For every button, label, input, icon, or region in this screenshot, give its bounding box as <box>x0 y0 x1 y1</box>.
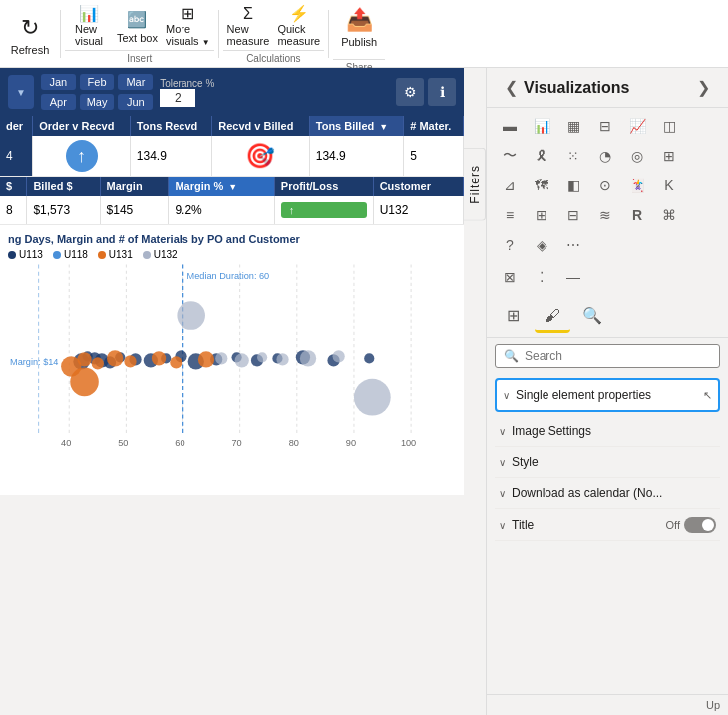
dashboard: ▼ Jan Feb Mar Apr May Jun Tolerance % ⚙ … <box>0 68 464 495</box>
chevron-left-button[interactable]: ❮ <box>499 76 524 99</box>
publish-button[interactable]: 📤 Publish <box>333 0 385 57</box>
viz-icon-dots[interactable]: ⁚ <box>527 263 556 291</box>
viz-icons-section: ▬ 📊 ▦ ⊟ 📈 ◫ 〜 🎗 ⁙ ◔ ◎ ⊞ ⊿ 🗺 ◧ ⊙ 🃏 <box>487 108 728 297</box>
viz-icon-filled-map[interactable]: ◧ <box>558 172 588 199</box>
th-dollar: $ <box>0 177 27 196</box>
month-apr[interactable]: Apr <box>41 94 76 110</box>
text-box-button[interactable]: 🔤 Text box <box>113 4 162 48</box>
viz-icon-bar-chart[interactable]: 📊 <box>527 112 556 140</box>
viz-icon-card[interactable]: 🃏 <box>622 172 652 199</box>
tab-analytics[interactable]: 🔍 <box>574 301 610 333</box>
viz-icon-stacked-bar[interactable]: ▬ <box>495 112 525 140</box>
viz-icon-smart[interactable]: ◈ <box>527 231 556 259</box>
viz-icon-dash[interactable]: — <box>558 263 588 291</box>
month-jan[interactable]: Jan <box>41 74 76 90</box>
tab-fields[interactable]: ⊞ <box>495 301 531 333</box>
svg-point-39 <box>177 301 205 330</box>
search-box: 🔍 <box>495 344 720 368</box>
viz-icon-line[interactable]: 📈 <box>622 112 652 140</box>
search-input[interactable] <box>525 349 711 363</box>
viz-icon-clustered[interactable]: ⊟ <box>590 112 620 140</box>
tolerance-input[interactable] <box>160 89 195 107</box>
refresh-icon: ↻ <box>14 12 46 44</box>
viz-icon-kpi[interactable]: K <box>654 172 684 199</box>
viz-icon-donut[interactable]: ◎ <box>622 142 652 170</box>
viz-icon-waterfall[interactable]: ≋ <box>590 201 620 229</box>
filter-info-button[interactable]: ℹ <box>428 78 456 106</box>
filter-funnel-button[interactable]: ⚙ <box>396 78 424 106</box>
viz-icon-map2[interactable]: ⊠ <box>495 263 525 291</box>
chart-legend: U113 U118 U131 U132 <box>8 249 456 260</box>
month-jun[interactable]: Jun <box>118 94 153 110</box>
calc-group-items: Σ Newmeasure ⚡ Quickmeasure <box>223 4 325 48</box>
svg-text:40: 40 <box>61 438 71 448</box>
viz-icon-gauge[interactable]: ⊙ <box>590 172 620 199</box>
filter-icons: ⚙ ℹ <box>396 78 456 106</box>
prop-label-style: Style <box>512 455 716 469</box>
svg-point-32 <box>92 357 104 369</box>
prop-label-image: Image Settings <box>512 424 716 438</box>
viz-icon-column[interactable]: ▦ <box>558 112 588 140</box>
viz-icon-python[interactable]: ⌘ <box>654 201 684 229</box>
viz-icon-scatter[interactable]: ⁙ <box>558 142 588 170</box>
target-icon-cell: 🎯 <box>218 142 303 170</box>
viz-icon-custom[interactable]: ⋯ <box>558 231 588 259</box>
more-visuals-button[interactable]: ⊞ Morevisuals ▼ <box>162 4 214 48</box>
viz-icon-table[interactable]: ⊞ <box>527 201 556 229</box>
viz-icon-line2[interactable]: 〜 <box>495 142 525 170</box>
tab-format[interactable]: 🖌 <box>535 301 570 333</box>
prop-image-settings[interactable]: ∨ Image Settings <box>495 416 720 447</box>
viz-icon-row-5: ? ◈ ⋯ <box>495 231 720 259</box>
viz-icon-map[interactable]: 🗺 <box>527 172 556 199</box>
table1-row: 4 ↑ 134.9 🎯 <box>0 136 464 177</box>
tolerance-box: Tolerance % <box>160 78 214 107</box>
viz-icon-area[interactable]: ◫ <box>654 112 684 140</box>
more-visuals-icon: ⊞ <box>176 4 199 23</box>
td-der: 4 <box>0 136 33 177</box>
svg-text:60: 60 <box>175 438 184 448</box>
th-mater: # Mater. <box>404 116 464 136</box>
toggle-track[interactable] <box>684 517 716 533</box>
prop-style[interactable]: ∨ Style <box>495 447 720 478</box>
filter-dropdown[interactable]: ▼ <box>8 75 34 109</box>
td-mater: 5 <box>404 136 464 177</box>
viz-icon-treemap[interactable]: ⊞ <box>654 142 684 170</box>
calculations-group-label: Calculations <box>223 50 325 64</box>
quick-measure-button[interactable]: ⚡ Quickmeasure <box>273 4 324 48</box>
td-dollar: 8 <box>0 196 27 225</box>
viz-tab-row: ⊞ 🖌 🔍 <box>487 297 728 338</box>
table1-container: der Order v Recvd Tons Recvd Recvd v Bil… <box>0 116 464 177</box>
filter-dropdown-icon: ▼ <box>16 87 26 98</box>
svg-point-45 <box>333 350 345 362</box>
viz-icon-r[interactable]: R <box>622 201 652 229</box>
th-tons-recvd: Tons Recvd <box>130 116 211 136</box>
scroll-hint: Up <box>487 694 728 715</box>
filters-tab-label: Filters <box>468 165 482 204</box>
new-visual-button[interactable]: 📊 Newvisual <box>65 4 113 48</box>
legend-u132: U132 <box>143 249 178 260</box>
chevron-right-button[interactable]: ❯ <box>691 76 716 99</box>
month-mar[interactable]: Mar <box>118 74 153 90</box>
properties-section: ∨ Single element properties ↖ ∨ Image Se… <box>487 374 728 694</box>
prop-single-element[interactable]: ∨ Single element properties ↖ <box>495 378 720 412</box>
legend-u118: U118 <box>53 249 88 260</box>
viz-icon-row-2: 〜 🎗 ⁙ ◔ ◎ ⊞ <box>495 142 720 170</box>
viz-icon-ribbon[interactable]: 🎗 <box>527 142 556 170</box>
toolbar: ↻ Refresh 📊 Newvisual 🔤 Text box ⊞ Morev… <box>0 0 728 68</box>
prop-download-calendar[interactable]: ∨ Download as calendar (No... <box>495 478 720 509</box>
viz-icon-slicer[interactable]: ≡ <box>495 201 525 229</box>
viz-icon-matrix[interactable]: ⊟ <box>558 201 588 229</box>
svg-point-42 <box>257 352 267 362</box>
viz-icon-funnel[interactable]: ⊿ <box>495 172 525 199</box>
refresh-button[interactable]: ↻ Refresh <box>4 3 56 65</box>
prop-label-download: Download as calendar (No... <box>512 486 716 500</box>
svg-point-33 <box>107 350 123 366</box>
viz-icon-pie[interactable]: ◔ <box>590 142 620 170</box>
viz-icon-qna[interactable]: ? <box>495 231 525 259</box>
filters-tab[interactable]: Filters <box>464 148 486 221</box>
month-feb[interactable]: Feb <box>80 74 115 90</box>
new-measure-button[interactable]: Σ Newmeasure <box>223 4 274 48</box>
divider-1 <box>60 10 61 58</box>
month-may[interactable]: May <box>80 94 115 110</box>
svg-point-44 <box>300 350 316 366</box>
